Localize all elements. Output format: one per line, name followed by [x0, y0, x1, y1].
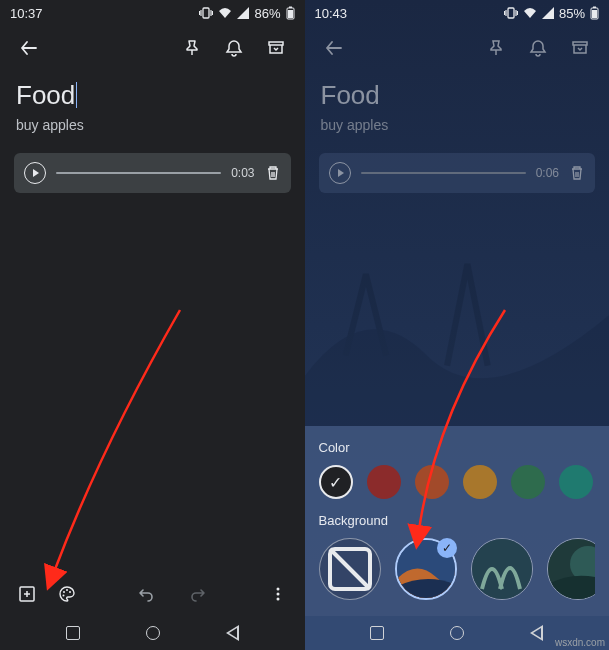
background-none[interactable] — [319, 538, 381, 600]
color-row — [319, 465, 596, 499]
background-option-2[interactable] — [471, 538, 533, 600]
bg-thumb-abstract — [548, 539, 596, 599]
svg-rect-4 — [269, 42, 283, 45]
color-label: Color — [319, 440, 596, 455]
reminder-button[interactable] — [217, 31, 251, 65]
svg-point-7 — [66, 589, 68, 591]
note-content: Food buy apples — [305, 70, 610, 133]
add-button[interactable] — [10, 577, 44, 611]
delete-audio-button[interactable] — [265, 165, 281, 181]
app-bar — [0, 26, 305, 70]
recents-button[interactable] — [66, 626, 80, 640]
pin-button[interactable] — [175, 31, 209, 65]
app-bar — [305, 26, 610, 70]
arrow-left-icon — [19, 38, 39, 58]
svg-point-6 — [63, 591, 65, 593]
palette-button[interactable] — [50, 577, 84, 611]
bottom-toolbar — [0, 572, 305, 616]
svg-point-11 — [276, 593, 279, 596]
svg-rect-2 — [289, 7, 292, 9]
wifi-icon — [523, 7, 537, 19]
svg-rect-15 — [593, 7, 596, 9]
status-bar: 10:37 86% — [0, 0, 305, 26]
vibrate-icon — [199, 7, 213, 19]
audio-recording[interactable]: 0:03 — [14, 153, 291, 193]
note-body[interactable]: buy apples — [321, 117, 594, 133]
battery-icon — [590, 6, 599, 20]
color-swatch-1[interactable] — [367, 465, 401, 499]
note-content: Food buy apples — [0, 70, 305, 133]
archive-button[interactable] — [563, 31, 597, 65]
svg-point-9 — [63, 595, 65, 597]
annotation-arrow — [40, 300, 200, 604]
color-swatch-4[interactable] — [511, 465, 545, 499]
background-option-3[interactable] — [547, 538, 596, 600]
battery-icon — [286, 6, 295, 20]
color-swatch-3[interactable] — [463, 465, 497, 499]
color-background-sheet[interactable]: Color Background ✓ — [305, 426, 610, 616]
svg-point-12 — [276, 598, 279, 601]
redo-button[interactable] — [181, 577, 215, 611]
play-button[interactable] — [24, 162, 46, 184]
background-illustration — [305, 220, 610, 430]
vibrate-icon — [504, 7, 518, 19]
battery-text: 86% — [254, 6, 280, 21]
signal-icon — [542, 7, 554, 19]
pin-button[interactable] — [479, 31, 513, 65]
color-swatch-0[interactable] — [319, 465, 353, 499]
color-swatch-5[interactable] — [559, 465, 593, 499]
bell-icon — [225, 39, 243, 57]
color-swatch-2[interactable] — [415, 465, 449, 499]
delete-audio-button[interactable] — [569, 165, 585, 181]
undo-button[interactable] — [129, 577, 163, 611]
wifi-icon — [218, 7, 232, 19]
note-title[interactable]: Food — [321, 80, 380, 111]
back-button[interactable] — [317, 31, 351, 65]
home-button[interactable] — [450, 626, 464, 640]
no-image-icon — [320, 539, 380, 599]
undo-icon — [137, 585, 155, 603]
svg-rect-20 — [472, 539, 532, 599]
reminder-button[interactable] — [521, 31, 555, 65]
svg-rect-17 — [573, 42, 587, 45]
arrow-left-icon — [324, 38, 344, 58]
svg-point-10 — [276, 588, 279, 591]
bell-icon — [529, 39, 547, 57]
back-button[interactable] — [12, 31, 46, 65]
background-picker-screen: 10:43 85% Food buy apples — [305, 0, 610, 650]
more-vert-icon — [269, 585, 287, 603]
clock: 10:43 — [315, 6, 348, 21]
palette-icon — [58, 585, 76, 603]
background-row: ✓ — [319, 538, 596, 600]
system-nav-bar — [0, 616, 305, 650]
pin-icon — [183, 39, 201, 57]
svg-rect-0 — [203, 8, 209, 18]
note-title[interactable]: Food — [16, 80, 77, 111]
audio-track[interactable] — [361, 172, 526, 174]
more-button[interactable] — [261, 577, 295, 611]
background-label: Background — [319, 513, 596, 528]
signal-icon — [237, 7, 249, 19]
trash-icon — [569, 165, 585, 181]
audio-duration: 0:03 — [231, 166, 254, 180]
battery-text: 85% — [559, 6, 585, 21]
audio-duration: 0:06 — [536, 166, 559, 180]
background-option-1[interactable]: ✓ — [395, 538, 457, 600]
status-bar: 10:43 85% — [305, 0, 610, 26]
svg-rect-16 — [592, 10, 597, 18]
selected-check-icon: ✓ — [437, 538, 457, 558]
archive-icon — [267, 39, 285, 57]
archive-button[interactable] — [259, 31, 293, 65]
audio-recording[interactable]: 0:06 — [319, 153, 596, 193]
back-nav-button[interactable] — [530, 625, 543, 641]
audio-track[interactable] — [56, 172, 221, 174]
recents-button[interactable] — [370, 626, 384, 640]
note-body[interactable]: buy apples — [16, 117, 289, 133]
redo-icon — [189, 585, 207, 603]
note-editor-screen: 10:37 86% Food — [0, 0, 305, 650]
play-button[interactable] — [329, 162, 351, 184]
home-button[interactable] — [146, 626, 160, 640]
bg-thumb-leaves — [472, 539, 532, 599]
trash-icon — [265, 165, 281, 181]
back-nav-button[interactable] — [226, 625, 239, 641]
